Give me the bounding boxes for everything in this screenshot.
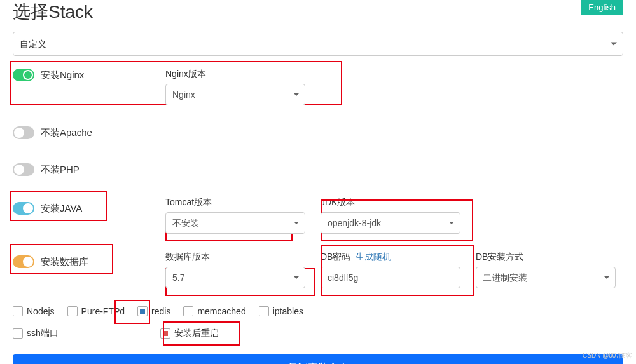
row-java: 安装JAVA Tomcat版本 不安装 JDK版本 openjdk-8-jdk — [13, 188, 623, 243]
nginx-version-select[interactable]: Nginx — [165, 84, 305, 105]
toggle-nginx[interactable] — [13, 69, 34, 81]
toggle-java[interactable] — [13, 202, 34, 215]
checkbox-ssh-port[interactable]: ssh端口 — [13, 328, 59, 339]
toggle-apache[interactable] — [13, 126, 34, 139]
db-password-generate-link[interactable]: 生成随机 — [356, 252, 391, 262]
copy-install-command-button[interactable]: 复制安装命令 — [13, 354, 623, 364]
toggle-nginx-label: 安装Nginx — [41, 69, 84, 81]
db-install-method-select[interactable]: 二进制安装 — [476, 267, 616, 288]
checkbox-redis[interactable]: redis — [137, 306, 170, 316]
row-nginx: 安装Nginx Nginx版本 Nginx — [13, 60, 623, 114]
toggle-database-label: 安装数据库 — [41, 256, 88, 268]
db-install-method-label: DB安装方式 — [476, 252, 616, 263]
page-title: 选择Stack — [13, 0, 93, 24]
toggle-php-label: 不装PHP — [41, 164, 80, 176]
toggle-database[interactable] — [13, 255, 34, 268]
language-button[interactable]: English — [581, 0, 623, 15]
jdk-version-label: JDK版本 — [321, 197, 460, 208]
nginx-version-label: Nginx版本 — [165, 69, 305, 80]
options-row-2: ssh端口 安装后重启 — [13, 325, 623, 348]
checkbox-memcached[interactable]: memcached — [183, 306, 245, 316]
checkbox-nodejs[interactable]: Nodejs — [13, 306, 55, 316]
row-php: 不装PHP — [13, 151, 623, 188]
jdk-version-select[interactable]: openjdk-8-jdk — [321, 212, 460, 234]
tomcat-version-select[interactable]: 不安装 — [165, 212, 305, 234]
watermark: CSDN @007随客 — [583, 351, 632, 360]
checkbox-reboot-after-install[interactable]: 安装后重启 — [160, 328, 219, 339]
db-password-label: DB密码 生成随机 — [321, 252, 460, 263]
db-version-select[interactable]: 5.7 — [165, 267, 305, 288]
row-apache: 不装Apache — [13, 114, 623, 151]
toggle-php[interactable] — [13, 163, 34, 176]
db-password-input[interactable] — [321, 267, 460, 288]
stack-preset-select[interactable]: 自定义 — [13, 32, 623, 56]
db-version-label: 数据库版本 — [165, 252, 305, 263]
options-row-1: Nodejs Pure-FTPd redis memcached iptable… — [13, 297, 623, 325]
checkbox-pureftpd[interactable]: Pure-FTPd — [67, 306, 125, 316]
toggle-apache-label: 不装Apache — [41, 127, 92, 139]
toggle-java-label: 安装JAVA — [41, 203, 82, 215]
tomcat-version-label: Tomcat版本 — [165, 197, 305, 208]
checkbox-iptables[interactable]: iptables — [259, 306, 303, 316]
row-database: 安装数据库 数据库版本 5.7 DB密码 生成随机 DB安装方式 二进制安装 — [13, 243, 623, 297]
